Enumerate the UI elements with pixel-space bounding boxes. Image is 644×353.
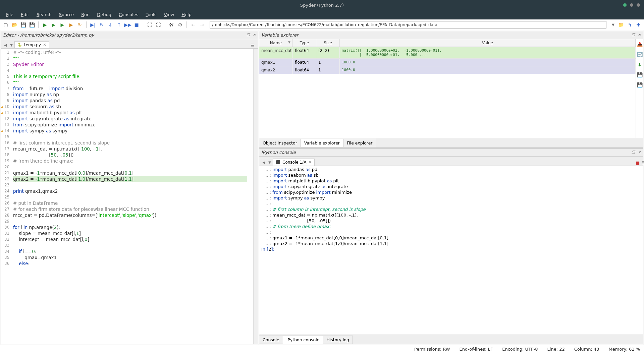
step-icon[interactable]: ↻ (98, 21, 105, 28)
menu-source[interactable]: Source (56, 11, 77, 18)
save-data-as-icon[interactable]: 💾 (637, 82, 643, 88)
menu-run[interactable]: Run (78, 11, 93, 18)
menu-help[interactable]: Help (178, 11, 195, 18)
back-icon[interactable]: ← (190, 21, 197, 28)
menu-debug[interactable]: Debug (94, 11, 115, 18)
varexp-tabs: Object inspectorVariable explorerFile ex… (259, 138, 643, 147)
maximize-pane-icon[interactable]: ⛶ (146, 21, 153, 28)
console-header: IPython console ❐ ✕ (259, 149, 643, 157)
varexp-title: Variable explorer (261, 33, 298, 38)
varexp-col-size[interactable]: Size (316, 39, 340, 47)
status-encoding: Encoding: UTF-8 (502, 347, 538, 352)
varexp-col-type[interactable]: Type (293, 39, 316, 47)
varexp-col-value[interactable]: Value (340, 39, 636, 47)
menu-consoles[interactable]: Consoles (115, 11, 142, 18)
console-stop-icon[interactable]: ■ (636, 160, 640, 166)
forward-icon[interactable]: → (198, 21, 206, 28)
variable-table[interactable]: NameTypeSizeValue mean_mcc_datfloat64(2,… (259, 39, 636, 138)
variable-row[interactable]: qmax2float6411000.0 (259, 66, 636, 74)
tab-close-icon[interactable]: ✕ (43, 43, 46, 47)
console-tab-label: Console 1/A (282, 160, 306, 165)
editor-scrollbar[interactable] (253, 49, 258, 344)
code-editor[interactable]: 1234567891011121314151617181920212223242… (1, 49, 258, 344)
console-options-icon[interactable]: ☰ (642, 160, 644, 166)
save-icon[interactable]: 💾 (19, 21, 27, 28)
preferences-icon[interactable]: 🛠 (168, 21, 175, 28)
python-file-icon: 🐍 (17, 43, 22, 47)
status-column: Column: 43 (574, 347, 599, 352)
refresh-icon[interactable]: 🔄 (637, 52, 643, 58)
variable-row[interactable]: mean_mcc_datfloat64(2, 2)matrix([[ 1.000… (259, 47, 636, 59)
open-file-icon[interactable]: 📂 (11, 21, 18, 28)
console-tab-prev-icon[interactable]: ◀ (261, 159, 267, 166)
new-file-icon[interactable]: ▢ (2, 21, 9, 28)
stop-debug-icon[interactable]: ■ (133, 21, 140, 28)
minimize-icon[interactable] (623, 3, 627, 7)
path-dropdown-icon[interactable]: ▾ (610, 21, 616, 28)
varexp-tab-variable-explorer[interactable]: Variable explorer (301, 139, 343, 147)
console-tab-ipython-console[interactable]: IPython console (283, 336, 323, 344)
step-out-icon[interactable]: ↑ (115, 21, 123, 28)
editor-tab-bar: ◀ ▼ 🐍 temp.py ✕ ☰ (1, 39, 258, 49)
variable-row[interactable]: qmax1float6411000.0 (259, 59, 636, 66)
maximize-icon[interactable] (630, 3, 633, 7)
console-output[interactable]: ...: import pandas as pd ...: import sea… (259, 166, 643, 335)
console-tabs: ConsoleIPython consoleHistory log (259, 335, 643, 344)
varexp-col-name[interactable]: Name (259, 39, 293, 47)
python-path-icon[interactable]: ⚙ (176, 21, 184, 28)
status-line: Line: 22 (547, 347, 565, 352)
status-eol: End-of-lines: LF (460, 347, 493, 352)
editor-header: Editor - /home/robhicks/.spyder2/temp.py… (1, 31, 258, 39)
import-data-icon[interactable]: 📥 (637, 42, 643, 48)
working-dir-text: /robhicks/Dropbox/Current/Teaching/cours… (212, 22, 437, 27)
sync-dir-icon[interactable]: ✚ (635, 21, 642, 28)
toolbar: ▢ 📂 💾 💾 ▶ ▶ ▶ ▶ ↻ ▶| ↻ ↓ ↑ ▶▶ ■ ⛶ ⛶ 🛠 ⚙ … (0, 19, 644, 30)
title-bar: Spyder (Python 2.7) (0, 0, 644, 10)
debug-icon[interactable]: ▶| (89, 21, 97, 28)
console-tab-history-log[interactable]: History log (323, 336, 353, 344)
rerun-icon[interactable]: ↻ (76, 21, 84, 28)
menu-search[interactable]: Search (33, 11, 55, 18)
editor-pane: Editor - /home/robhicks/.spyder2/temp.py… (1, 31, 258, 344)
continue-icon[interactable]: ▶▶ (124, 21, 131, 28)
console-tab-close-icon[interactable]: ✕ (308, 160, 312, 165)
status-bar: Permissions: RW End-of-lines: LF Encodin… (0, 345, 644, 353)
refresh-periodic-icon[interactable]: ⬇ (637, 62, 643, 68)
undock-icon[interactable]: ❐ (246, 33, 251, 38)
close-icon[interactable] (637, 3, 640, 7)
run-selection-icon[interactable]: ▶ (67, 21, 75, 28)
window-title: Spyder (Python 2.7) (300, 3, 344, 8)
menu-view[interactable]: View (160, 11, 177, 18)
save-data-icon[interactable]: 💾 (637, 72, 643, 78)
save-all-icon[interactable]: 💾 (28, 21, 36, 28)
run-icon[interactable]: ▶ (41, 21, 49, 28)
close-console-icon[interactable]: ✕ (637, 150, 642, 155)
undock-console-icon[interactable]: ❐ (631, 150, 636, 155)
tab-next-icon[interactable]: ▼ (8, 42, 14, 48)
parent-dir-icon[interactable]: ↰ (626, 21, 633, 28)
run-cell-advance-icon[interactable]: ▶ (59, 21, 66, 28)
varexp-sidebar: 📥 🔄 ⬇ 💾 💾 (636, 39, 643, 138)
console-tab-next-icon[interactable]: ▼ (267, 159, 273, 166)
fullscreen-icon[interactable]: ⛶ (155, 21, 162, 28)
menu-edit[interactable]: Edit (17, 11, 33, 18)
varexp-tab-object-inspector[interactable]: Object inspector (259, 139, 301, 147)
editor-tab[interactable]: 🐍 temp.py ✕ (14, 41, 49, 48)
close-pane-icon[interactable]: ✕ (252, 33, 257, 38)
tab-options-icon[interactable]: ☰ (251, 43, 256, 48)
working-dir-input[interactable]: /robhicks/Dropbox/Current/Teaching/cours… (210, 21, 606, 28)
console-pane: IPython console ❐ ✕ ◀ ▼ ⬛ Console 1/A ✕ … (259, 148, 643, 344)
console-tab[interactable]: ⬛ Console 1/A ✕ (273, 159, 315, 166)
tab-prev-icon[interactable]: ◀ (2, 42, 8, 48)
console-tab-console[interactable]: Console (259, 336, 283, 344)
varexp-tab-file-explorer[interactable]: File explorer (343, 139, 376, 147)
menu-file[interactable]: File (3, 11, 17, 18)
browse-dir-icon[interactable]: 📁 (617, 21, 625, 28)
run-cell-icon[interactable]: ▶ (50, 21, 57, 28)
close-varexp-icon[interactable]: ✕ (637, 33, 642, 38)
undock-varexp-icon[interactable]: ❐ (631, 33, 636, 38)
editor-header-text: Editor - /home/robhicks/.spyder2/temp.py (3, 33, 94, 38)
menu-tools[interactable]: Tools (142, 11, 160, 18)
step-into-icon[interactable]: ↓ (107, 21, 114, 28)
console-title: IPython console (261, 150, 296, 155)
